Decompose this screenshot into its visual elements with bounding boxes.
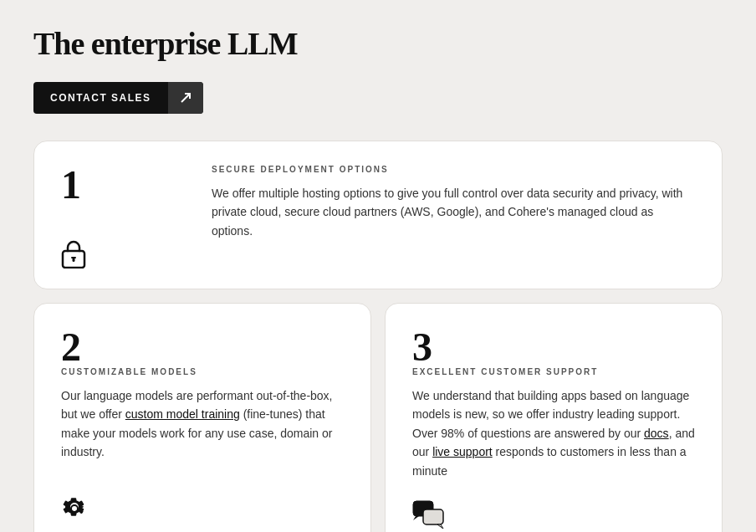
section-text-3: We understand that building apps based o… [412, 386, 695, 480]
card-number-3: 3 [412, 325, 432, 369]
arrow-icon [168, 82, 203, 114]
card-customer-support: 3 EXCELLENT CUSTOMER SUPPORT We understa… [385, 303, 723, 532]
contact-sales-label: CONTACT SALES [33, 82, 168, 114]
cards-row: 2 CUSTOMIZABLE MODELS Our language model… [33, 303, 723, 532]
live-support-link[interactable]: live support [432, 445, 493, 458]
contact-sales-button[interactable]: CONTACT SALES [33, 82, 203, 114]
card-number-1: 1 [61, 165, 161, 205]
svg-rect-3 [73, 258, 75, 262]
section-text-2: Our language models are performant out-o… [61, 386, 344, 462]
section-text-1: We offer multiple hosting options to giv… [212, 184, 695, 240]
card-1-right: SECURE DEPLOYMENT OPTIONS We offer multi… [161, 165, 695, 240]
chat-icon [412, 500, 695, 532]
custom-model-training-link[interactable]: custom model training [125, 407, 240, 421]
arrow-up-right-icon [180, 92, 192, 104]
card-number-2: 2 [61, 325, 81, 369]
page-title: The enterprise LLM [33, 25, 723, 62]
section-label-3: EXCELLENT CUSTOMER SUPPORT [412, 367, 695, 376]
svg-rect-5 [423, 509, 443, 524]
gear-icon [61, 495, 344, 525]
card-secure-deployment: 1 SECURE DEPLOYMENT OPTIONS We offer mul… [33, 141, 723, 289]
lock-icon [61, 238, 161, 269]
docs-link[interactable]: docs [644, 427, 669, 440]
section-label-2: CUSTOMIZABLE MODELS [61, 367, 344, 376]
card-1-left: 1 [61, 165, 161, 265]
section-label-1: SECURE DEPLOYMENT OPTIONS [212, 165, 695, 174]
svg-line-0 [181, 94, 190, 102]
card-customizable-models: 2 CUSTOMIZABLE MODELS Our language model… [33, 303, 371, 532]
